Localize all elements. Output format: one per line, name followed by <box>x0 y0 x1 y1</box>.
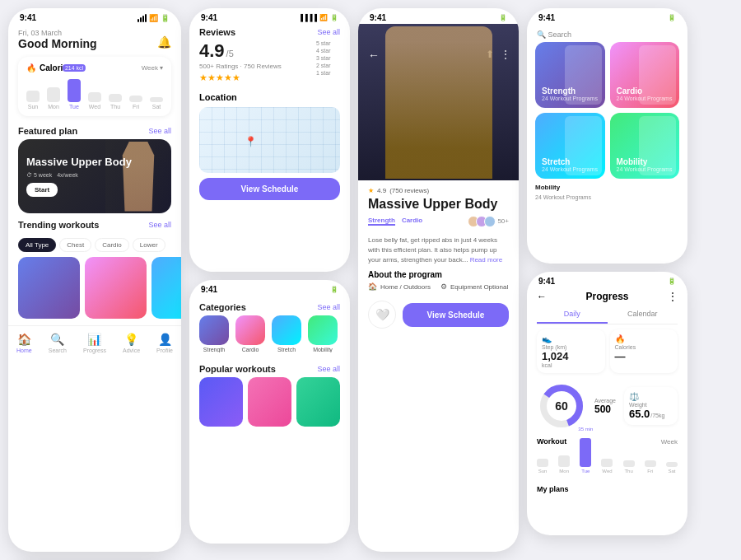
view-schedule-button[interactable]: View Schedule <box>199 178 340 200</box>
cat-icon-mobility[interactable]: Mobility <box>308 315 338 352</box>
workout-thumbnails <box>8 257 181 319</box>
donut-chart: 60 <box>537 381 586 431</box>
workout-cat-section-header: 🔍 Search <box>527 24 687 42</box>
workout-thumb-1[interactable] <box>18 257 80 319</box>
more-options-icon[interactable]: ⋮ <box>501 49 510 60</box>
greeting-date: Fri, 03 March <box>18 29 97 37</box>
nav-progress[interactable]: 📊 Progress <box>83 333 106 353</box>
bottom-nav: 🏠 Home 🔍 Search 📊 Progress 💡 Advice 👤 Pr… <box>8 325 181 358</box>
bar-mon: Mon <box>558 455 570 474</box>
time-1: 9:41 <box>20 13 36 22</box>
battery-icon-2: 🔋 <box>330 14 338 21</box>
flame-icon: 🔥 <box>26 63 36 72</box>
reviews-see-all[interactable]: See all <box>317 28 340 36</box>
view-schedule-button-detail[interactable]: View Schedule <box>403 303 509 327</box>
bar-tue: 35 min Tue <box>580 438 591 474</box>
cat-strength-card[interactable]: Strength 24 Workout Programs <box>535 42 605 108</box>
home-icon: 🏠 <box>17 333 31 346</box>
about-meta: 🏠 Home / Outdoors ⚙ Equipment Optional <box>368 282 509 291</box>
advice-icon: 💡 <box>124 333 138 346</box>
progress-tabs: Daily Calendar <box>537 306 678 324</box>
nav-search[interactable]: 🔍 Search <box>49 333 67 353</box>
step-unit: kcal <box>542 362 600 368</box>
cat-cardio-card[interactable]: Cardio 24 Workout Programs <box>610 42 680 108</box>
filter-tab-cardio[interactable]: Cardio <box>95 238 129 252</box>
trending-title: Trending workouts <box>18 220 99 230</box>
workout-thumb-2[interactable] <box>85 257 147 319</box>
bar-thu: Thu <box>623 460 635 474</box>
cat-mobility-card[interactable]: Mobility 24 Workout Programs <box>610 113 680 179</box>
time-progress: 9:41 <box>538 277 555 286</box>
step-icon: 👟 <box>542 334 600 343</box>
popular-see-all[interactable]: See all <box>317 365 340 373</box>
rating-bars: 5 star 4 star 3 star 2 star <box>316 40 340 76</box>
progress-icon: 📊 <box>87 333 101 346</box>
status-bar-2: 9:41 ▐▐▐▐ 📶 🔋 <box>189 8 350 24</box>
equipment-icon: ⚙ <box>440 282 447 291</box>
read-more-link[interactable]: Read more <box>470 256 503 264</box>
phone-workout-categories: 9:41 🔋 🔍 Search Strength 24 Workout Prog… <box>527 8 687 264</box>
nav-advice-label: Advice <box>123 348 140 353</box>
equipment-meta: ⚙ Equipment Optional <box>440 282 508 291</box>
featured-see-all[interactable]: See all <box>148 127 171 135</box>
workout-tags-row: Strength Cardio 50+ <box>368 212 509 231</box>
step-value: 1,024 <box>542 350 600 362</box>
back-button[interactable]: ← <box>368 49 380 62</box>
popular-thumb-1[interactable] <box>199 377 243 427</box>
nav-search-label: Search <box>49 348 67 353</box>
cat-stretch-card[interactable]: Stretch 24 Workout Programs <box>535 113 605 179</box>
cat-icon-strength[interactable]: Strength <box>199 315 229 352</box>
status-icons-2: ▐▐▐▐ 📶 🔋 <box>298 14 338 21</box>
cat-icon-stretch[interactable]: Stretch <box>272 315 301 352</box>
workout-chart-label: Workout <box>537 437 566 446</box>
rating-top: 4.9 /5 500+ Ratings · 750 Reviews ★★★★★ … <box>199 40 340 86</box>
featured-times-badge: 4x/week <box>57 172 78 178</box>
progress-stats: 👟 Step (km) 1,024 kcal 🔥 Calories — <box>527 324 687 378</box>
filter-tab-lower[interactable]: Lower <box>133 238 165 252</box>
cat-icon-cardio[interactable]: Cardio <box>235 315 265 352</box>
back-icon-progress[interactable]: ← <box>537 291 547 302</box>
cat-extra: Mobility 24 Workout Programs <box>527 179 687 200</box>
week-selector[interactable]: Week ▾ <box>142 64 163 72</box>
rating-left: 4.9 /5 500+ Ratings · 750 Reviews ★★★★★ <box>199 40 282 86</box>
start-button[interactable]: Start <box>26 183 58 197</box>
battery-icon-progress: 🔋 <box>668 278 676 285</box>
reviews-header: Reviews See all <box>199 27 340 40</box>
cat-see-all[interactable]: See all <box>317 303 340 311</box>
cal-day-thu: Thu <box>109 77 122 110</box>
step-stat: 👟 Step (km) 1,024 kcal <box>537 329 605 373</box>
workout-cat-grid: Strength 24 Workout Programs Cardio 24 W… <box>527 42 687 179</box>
workout-thumb-3[interactable] <box>151 257 181 319</box>
filter-tab-all[interactable]: All Type <box>18 238 56 252</box>
popular-header: Popular workouts See all <box>189 357 350 377</box>
featured-card[interactable]: Massive Upper Body ⏱ 5 week 4x/week Star… <box>18 139 171 213</box>
trending-see-all[interactable]: See all <box>148 221 171 229</box>
cat-icons-row: Strength Cardio Stretch Mobility <box>189 315 350 352</box>
favorite-button[interactable]: 🤍 <box>368 301 396 329</box>
signal-icon-2: ▐▐▐▐ <box>298 14 317 21</box>
cal-day-sun: Sun <box>26 77 40 110</box>
popular-thumb-3[interactable] <box>296 377 340 427</box>
time-4: 9:41 <box>201 285 217 294</box>
featured-workout-title: Massive Upper Body <box>26 156 163 169</box>
tag-strength[interactable]: Strength <box>368 217 395 226</box>
popular-thumb-2[interactable] <box>248 377 291 427</box>
cal-day-mon: Mon <box>47 77 60 110</box>
panel2-stack: 9:41 ▐▐▐▐ 📶 🔋 Reviews See all 4.9 /5 500… <box>189 8 350 552</box>
tag-cardio[interactable]: Cardio <box>402 217 422 226</box>
more-icon-progress[interactable]: ⋮ <box>668 291 678 302</box>
cal-day-tue: 214 kcl Tue <box>68 77 81 110</box>
nav-profile[interactable]: 👤 Profile <box>156 333 173 353</box>
tab-daily[interactable]: Daily <box>537 306 608 324</box>
tab-calendar[interactable]: Calendar <box>608 306 678 324</box>
calories-card: 🔥 Calories Week ▾ Sun Mon 214 kcl Tue <box>18 57 171 116</box>
status-bar-4: 9:41 🔋 <box>189 280 350 296</box>
nav-home[interactable]: 🏠 Home <box>16 333 32 353</box>
filter-tab-chest[interactable]: Chest <box>59 238 91 252</box>
wifi-icon-2: 📶 <box>319 14 328 21</box>
donut-value: 60 <box>555 399 568 413</box>
rating-row-2: 2 star <box>316 63 340 68</box>
home-icon-meta: 🏠 <box>368 282 377 291</box>
notification-bell-icon[interactable]: 🔔 <box>157 35 171 49</box>
nav-advice[interactable]: 💡 Advice <box>123 333 140 353</box>
